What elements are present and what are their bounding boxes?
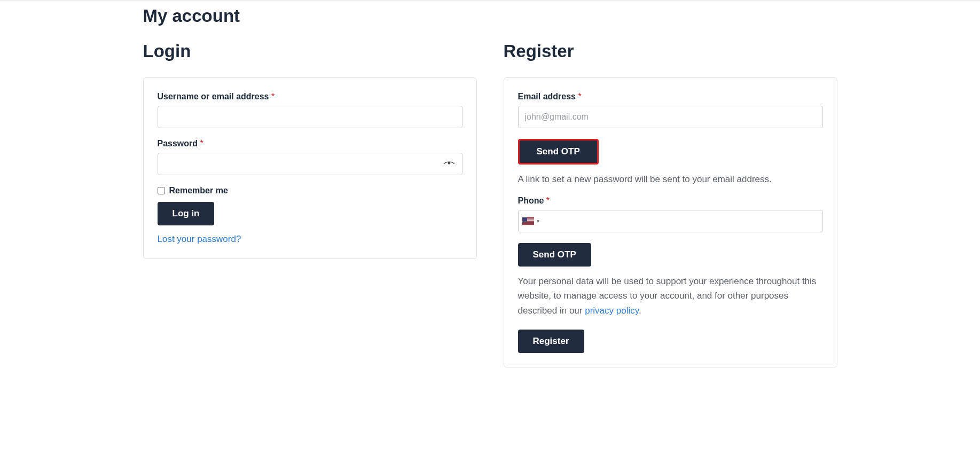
send-otp-email-button[interactable]: Send OTP [520,140,597,163]
privacy-policy-link[interactable]: privacy policy [585,306,639,316]
privacy-text-post: . [639,306,641,316]
register-button[interactable]: Register [518,330,584,353]
register-heading: Register [504,41,837,61]
password-label-text: Password [158,139,198,148]
privacy-text: Your personal data will be used to suppo… [518,274,823,318]
country-flag-select[interactable]: ▼ [522,217,540,225]
phone-label-text: Phone [518,196,544,205]
login-card: Username or email address * Password * [143,77,477,259]
page-title: My account [143,6,837,26]
required-asterisk: * [200,139,203,148]
email-label-text: Email address [518,92,576,101]
required-asterisk: * [578,92,581,101]
email-input[interactable] [518,106,823,128]
login-column: Login Username or email address * Passwo… [143,41,477,367]
password-label: Password * [158,139,462,148]
email-label: Email address * [518,92,823,101]
lost-password-link[interactable]: Lost your password? [158,234,241,245]
password-input[interactable] [158,153,462,175]
phone-label: Phone * [518,196,823,206]
username-label: Username or email address * [158,92,462,101]
login-heading: Login [143,41,477,61]
login-button[interactable]: Log in [158,202,215,225]
required-asterisk: * [271,92,275,101]
register-card: Email address * Send OTP A link to set a… [504,77,837,367]
send-otp-email-highlight: Send OTP [518,139,599,165]
username-input[interactable] [158,106,462,128]
us-flag-icon [522,217,534,225]
phone-input[interactable] [518,210,823,232]
required-asterisk: * [546,196,550,205]
username-label-text: Username or email address [158,92,269,101]
svg-point-0 [448,162,450,165]
privacy-text-pre: Your personal data will be used to suppo… [518,276,817,315]
remember-checkbox[interactable] [158,187,165,194]
eye-icon[interactable] [443,160,455,168]
remember-label[interactable]: Remember me [169,186,228,195]
chevron-down-icon: ▼ [536,219,540,224]
email-help-text: A link to set a new password will be sen… [518,172,823,186]
send-otp-phone-button[interactable]: Send OTP [518,243,591,267]
register-column: Register Email address * Send OTP A link… [504,41,837,367]
